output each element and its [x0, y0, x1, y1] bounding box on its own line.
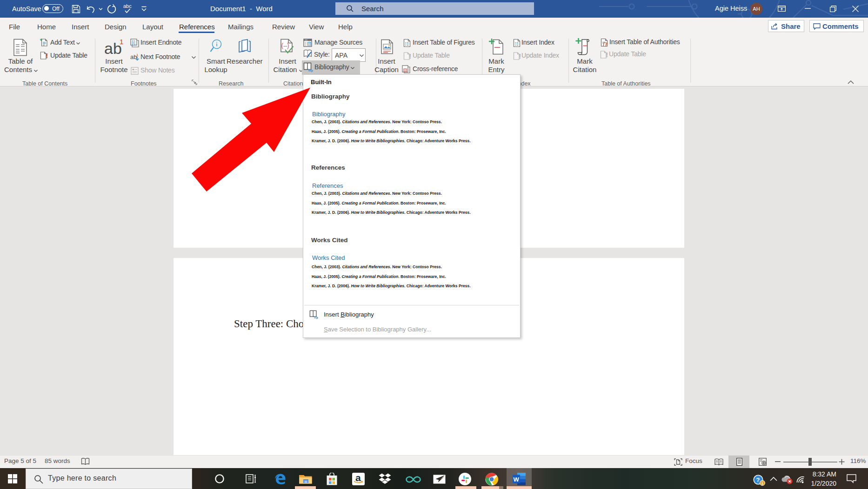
svg-text:(–): (–): [281, 42, 289, 49]
svg-text:1: 1: [120, 38, 123, 46]
svg-text:1: 1: [136, 53, 139, 57]
svg-text:W: W: [514, 476, 520, 483]
svg-text:abc: abc: [123, 4, 132, 9]
svg-text:!: !: [46, 52, 48, 59]
svg-text:i: i: [762, 481, 763, 486]
svg-text:[i]: [i]: [132, 40, 135, 45]
svg-text:!: !: [606, 51, 608, 59]
svg-text:!: !: [409, 52, 411, 60]
svg-text:!: !: [519, 52, 521, 60]
svg-text:?: ?: [756, 476, 760, 483]
